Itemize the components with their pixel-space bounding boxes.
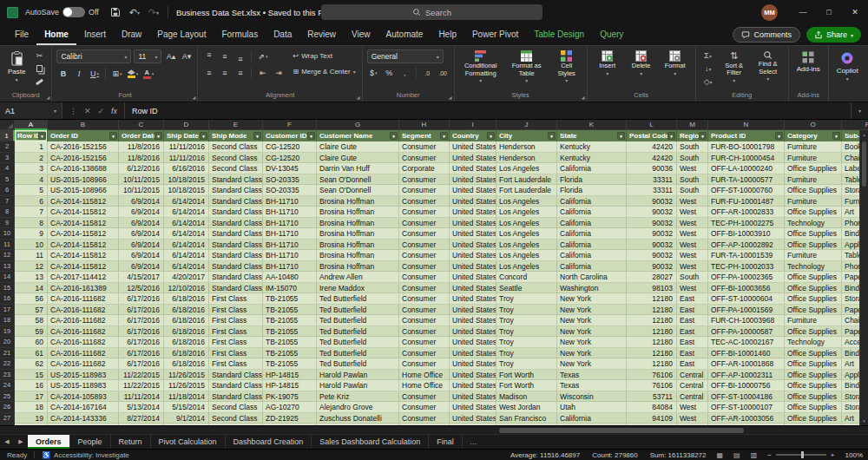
cell[interactable]: New York [557, 348, 627, 359]
cell[interactable]: Central [677, 380, 708, 391]
font-size-select[interactable]: 11▾ [134, 49, 161, 63]
select-all-corner[interactable] [0, 120, 15, 130]
cell[interactable]: New York [557, 337, 627, 348]
cell[interactable]: Consumer [399, 207, 450, 218]
cell[interactable]: First Class [209, 293, 263, 305]
cell[interactable]: 42420 [627, 153, 677, 164]
cell[interactable]: New York [557, 358, 627, 370]
filter-dropdown-icon[interactable]: ▾ [617, 132, 625, 140]
cell[interactable]: TEC-PH-10002275 [708, 218, 785, 229]
cell[interactable]: Consumer [399, 153, 450, 164]
cell[interactable]: Paper [842, 326, 859, 338]
cell[interactable]: 53711 [627, 391, 677, 403]
cell[interactable]: Furniture [785, 196, 842, 207]
cell[interactable]: Accessories [842, 337, 859, 348]
cell[interactable]: CA-2016-111682 [48, 305, 119, 316]
cell[interactable]: OFF-PA-10001569 [708, 305, 785, 316]
cell[interactable]: CA-2016-152156 [48, 141, 119, 153]
cell[interactable]: West [677, 402, 708, 413]
cell[interactable]: 94109 [627, 413, 677, 424]
cell[interactable]: FUR-TA-10000577 [708, 174, 785, 186]
cell[interactable]: 33311 [627, 174, 677, 186]
cell[interactable]: Fort Worth [496, 370, 557, 381]
cell[interactable]: Consumer [399, 358, 450, 370]
cell[interactable]: Los Angeles [496, 196, 557, 207]
column-header-A[interactable]: A [15, 120, 48, 130]
filter-dropdown-icon[interactable]: ▾ [775, 132, 783, 140]
cell[interactable]: Tables [842, 250, 859, 261]
cell[interactable]: Standard Class [209, 196, 263, 207]
row-number-27[interactable]: 27 [0, 413, 15, 424]
cell[interactable]: Binders [842, 283, 859, 294]
name-box[interactable]: A1 ▾ [0, 102, 62, 119]
cell[interactable]: Bookcases [842, 141, 859, 153]
cell[interactable]: 11/8/2016 [119, 141, 164, 153]
cell[interactable]: CA-2014-115812 [48, 196, 119, 207]
cell[interactable]: US-2015-108966 [48, 185, 119, 196]
cell[interactable]: Storage [842, 293, 859, 305]
cell[interactable]: Los Angeles [496, 218, 557, 229]
cell[interactable]: 10/18/2015 [164, 174, 209, 186]
cell[interactable]: 11 [15, 250, 48, 261]
column-header-D[interactable]: D [164, 120, 209, 130]
cell[interactable]: West [677, 413, 708, 424]
cell[interactable]: New York [557, 293, 627, 305]
filter-dropdown-icon[interactable]: ▾ [699, 132, 707, 140]
column-header-K[interactable]: K [557, 120, 627, 130]
cell[interactable]: Office Supplies [785, 380, 842, 391]
cell[interactable]: 60 [15, 337, 48, 348]
cell[interactable]: West [677, 218, 708, 229]
cell[interactable]: West [677, 240, 708, 251]
search-input[interactable]: Search [321, 4, 542, 20]
ribbon-tab-formulas[interactable]: Formulas [214, 24, 266, 45]
table-header-order-date[interactable]: Order Date▾ [119, 130, 164, 141]
cell[interactable]: Consumer [399, 250, 450, 261]
dialog-launcher-icon[interactable]: ◢ [47, 95, 50, 100]
row-number-12[interactable]: 12 [0, 250, 15, 261]
sheet-tab-pivot-calculation[interactable]: Pivot Calculation [151, 435, 226, 449]
cell[interactable]: Brosina Hoffman [317, 228, 399, 240]
cell[interactable]: Art [842, 413, 859, 424]
cell[interactable]: Office Supplies [785, 305, 842, 316]
format-painter-button[interactable] [31, 76, 47, 88]
table-header-ship-mode[interactable]: Ship Mode▾ [209, 130, 263, 141]
ribbon-tab-data[interactable]: Data [266, 24, 299, 45]
minimize-button[interactable]: — [790, 0, 816, 24]
align-right-button[interactable]: ≡ [233, 67, 247, 80]
cell[interactable]: Darrin Van Huff [317, 163, 399, 174]
number-format-select[interactable]: General▾ [367, 49, 444, 63]
cell[interactable]: CA-2014-115812 [48, 261, 119, 273]
cell[interactable]: Consumer [399, 174, 450, 186]
cell[interactable]: Seattle [496, 283, 557, 294]
close-button[interactable]: ✕ [842, 0, 868, 24]
cell[interactable]: United States [450, 250, 496, 261]
cell[interactable]: Office Supplies [785, 283, 842, 294]
cell[interactable]: United States [450, 228, 496, 240]
cell[interactable]: South [677, 141, 708, 153]
cell[interactable]: CA-2014-115812 [48, 228, 119, 240]
redo-button[interactable]: ↷▾ [144, 3, 163, 22]
cell[interactable]: 8/27/2014 [119, 413, 164, 424]
more-sheets-icon[interactable]: … [463, 435, 484, 449]
align-center-button[interactable]: ≡ [218, 67, 231, 80]
row-number-22[interactable]: 22 [0, 358, 15, 370]
excel-app-icon[interactable] [7, 7, 18, 18]
cell[interactable]: 62 [15, 358, 48, 370]
cell[interactable]: Texas [557, 370, 627, 381]
decrease-decimal-button[interactable]: .00 [437, 67, 450, 80]
row-number-17[interactable]: 17 [0, 305, 15, 316]
row-number-4[interactable]: 4 [0, 163, 15, 174]
cell[interactable]: SO-20335 [263, 185, 317, 196]
formula-input[interactable]: Row ID [125, 102, 851, 119]
cell[interactable]: CA-2014-115812 [48, 207, 119, 218]
page-break-view-icon[interactable]: ▥ [751, 451, 758, 459]
cell[interactable]: Concord [496, 272, 557, 283]
cell[interactable]: Office Supplies [785, 228, 842, 240]
restore-button[interactable]: □ [816, 0, 842, 24]
sheet-tab-people[interactable]: People [70, 435, 111, 449]
cell[interactable]: 6/17/2016 [119, 337, 164, 348]
cell[interactable]: 11/8/2016 [119, 153, 164, 164]
cell[interactable]: Storage [842, 185, 859, 196]
row-number-16[interactable]: 16 [0, 293, 15, 305]
horizontal-scroll-thumb[interactable] [499, 428, 744, 433]
